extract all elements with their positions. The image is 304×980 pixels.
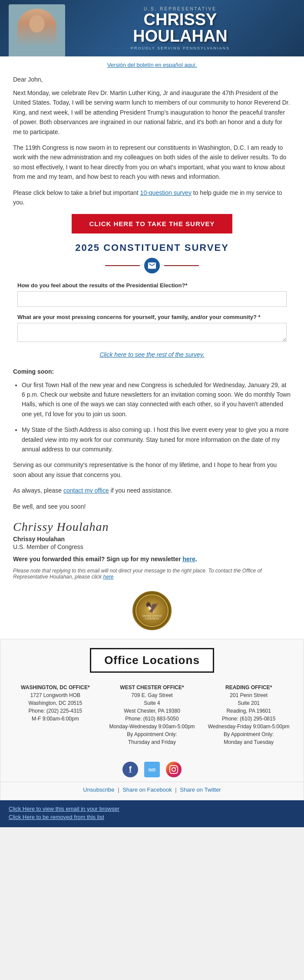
wc-address2: Suite 4 [106, 699, 198, 707]
survey-rest-link[interactable]: Click here to see the rest of the survey… [99, 351, 205, 358]
signature-title: U.S. Member of Congress [13, 543, 291, 550]
separator-2: | [175, 786, 178, 793]
wc-address3: West Chester, PA 19380 [106, 707, 198, 715]
p5-before: As always, please [13, 487, 63, 494]
header-text-block: U.S. REPRESENTATIVE CHRISSY HOULAHAN PRO… [74, 7, 230, 50]
header-banner: U.S. REPRESENTATIVE CHRISSY HOULAHAN PRO… [0, 0, 304, 56]
survey-link-inline[interactable]: 10-question survey [140, 189, 192, 196]
language-link[interactable]: Versión del boletín en español aquí. [107, 62, 197, 68]
seal-text: UNITED STATESCONGRESS [142, 615, 162, 620]
reading-appt: By Appointment Only: [202, 730, 295, 738]
q1-label: How do you feel about the results of the… [17, 282, 287, 289]
social-section: f twitt [0, 755, 304, 782]
q2-input[interactable] [17, 323, 287, 342]
wc-appt: By Appointment Only: [106, 730, 198, 738]
language-link-wrapper: Versión del boletín en español aquí. [13, 56, 291, 72]
twitter-label: twitt [149, 767, 155, 771]
survey-section: 2025 CONSTITUENT SURVEY [13, 242, 291, 273]
bullet-list: Our first Town Hall of the new year and … [22, 380, 291, 454]
dc-phone: Phone: (202) 225-4315 [9, 707, 102, 715]
wc-office-name: WEST CHESTER OFFICE* [106, 684, 198, 691]
paragraph-3: Please click below to take a brief but i… [13, 188, 291, 207]
disclaimer-link[interactable]: here [103, 574, 113, 580]
contact-office-link[interactable]: contact my office [63, 487, 109, 494]
survey-cta-wrapper: CLICK HERE TO TAKE THE SURVEY [13, 214, 291, 233]
separator-1: | [118, 786, 121, 793]
paragraph-6: Be well, and see you soon! [13, 502, 291, 511]
seal-inner: 🦅 UNITED STATESCONGRESS [135, 594, 169, 627]
disclaimer: Please note that replying to this email … [13, 568, 291, 580]
dc-office: WASHINGTON, DC OFFICE* 1727 Longworth HO… [9, 684, 102, 746]
wc-phone: Phone: (610) 883-5050 [106, 715, 198, 723]
disclaimer-before: Please note that replying to this email … [13, 568, 262, 580]
survey-icon [144, 258, 160, 273]
instagram-icon[interactable] [166, 762, 182, 777]
office-locations-box: Office Locations [90, 648, 214, 673]
survey-title: 2025 CONSTITUENT SURVEY [17, 242, 287, 253]
representative-name: CHRISSY HOULAHAN [131, 11, 230, 44]
newsletter-after: . [195, 556, 197, 562]
reading-address1: 201 Penn Street [202, 691, 295, 699]
bullet-item-2: My State of the Sixth Address is also co… [22, 425, 291, 454]
social-icons: f twitt [0, 762, 304, 777]
newsletter-note: Were you forwarded this email? Sign up f… [13, 556, 291, 562]
share-facebook-link[interactable]: Share on Facebook [122, 786, 172, 793]
footer-links: Click Here to view this email in your br… [0, 800, 304, 827]
reading-hours: Wednesday-Friday 9:00am-5:00pm [202, 723, 295, 730]
paragraph-5: As always, please contact my office if y… [13, 486, 291, 495]
survey-cta-button[interactable]: CLICK HERE TO TAKE THE SURVEY [72, 214, 232, 233]
header-subtitle: PROUDLY SERVING PENNSYLVANIANS [131, 46, 230, 50]
unsubscribe-link[interactable]: Unsubscribe [83, 786, 114, 793]
dc-address2: Washington, DC 20515 [9, 699, 102, 707]
p5-after: if you need assistance. [109, 487, 172, 494]
dc-office-name: WASHINGTON, DC OFFICE* [9, 684, 102, 691]
signature-name: Chrissy Houlahan [13, 536, 291, 543]
q2-label: What are your most pressing concerns for… [17, 314, 287, 320]
email-content: Versión del boletín en español aquí. Dea… [0, 56, 304, 580]
wc-address1: 709 E. Gay Street [106, 691, 198, 699]
offices-grid: WASHINGTON, DC OFFICE* 1727 Longworth HO… [0, 679, 304, 755]
westchester-office: WEST CHESTER OFFICE* 709 E. Gay Street S… [106, 684, 198, 746]
name-line1: CHRISSY [131, 11, 230, 28]
remove-list-link[interactable]: Click Here to be removed from this list [9, 814, 295, 820]
newsletter-link[interactable]: here [182, 556, 195, 562]
reading-office: READING OFFICE* 201 Penn Street Suite 20… [202, 684, 295, 746]
congress-seal-wrapper: 🦅 UNITED STATESCONGRESS [0, 582, 304, 635]
representative-photo [9, 4, 65, 56]
reading-phone: Phone: (610) 295-0815 [202, 715, 295, 723]
p3-before: Please click below to take a brief but i… [13, 189, 140, 196]
congress-seal: 🦅 UNITED STATESCONGRESS [132, 591, 172, 630]
email-wrapper: U.S. REPRESENTATIVE CHRISSY HOULAHAN PRO… [0, 0, 304, 827]
wc-appt2: Thursday and Friday [106, 738, 198, 746]
signature-script: Chrissy Houlahan [13, 520, 291, 534]
facebook-icon[interactable]: f [122, 762, 138, 777]
eagle-icon: 🦅 [145, 601, 159, 615]
survey-divider [17, 258, 287, 273]
divider-left [105, 265, 140, 266]
divider-right [164, 265, 199, 266]
share-twitter-link[interactable]: Share on Twitter [180, 786, 221, 793]
survey-form: How do you feel about the results of the… [13, 282, 291, 348]
dc-hours: M-F 9:00am-6:00pm [9, 715, 102, 723]
signature-section: Chrissy Houlahan Chrissy Houlahan U.S. M… [13, 520, 291, 550]
wc-hours: Monday-Wednesday 9:00am-5:00pm [106, 723, 198, 730]
paragraph-1: Next Monday, we celebrate Rev Dr. Martin… [13, 88, 291, 137]
dc-address1: 1727 Longworth HOB [9, 691, 102, 699]
office-locations-title: Office Locations [104, 654, 200, 667]
reading-appt2: Monday and Tuesday [202, 738, 295, 746]
twitter-icon[interactable]: twitt [144, 762, 160, 777]
unsubscribe-bar: Unsubscribe | Share on Facebook | Share … [0, 782, 304, 800]
paragraph-4: Serving as our community's representativ… [13, 460, 291, 480]
name-line2: HOULAHAN [131, 28, 230, 44]
coming-soon-label: Coming soon: [13, 367, 291, 376]
reading-address2: Suite 201 [202, 699, 295, 707]
newsletter-before: Were you forwarded this email? Sign up f… [13, 556, 182, 562]
office-locations-header: Office Locations [0, 639, 304, 679]
survey-rest-link-wrapper: Click here to see the rest of the survey… [13, 351, 291, 358]
reading-office-name: READING OFFICE* [202, 684, 295, 691]
q1-input[interactable] [17, 291, 287, 307]
view-browser-link[interactable]: Click Here to view this email in your br… [9, 806, 295, 812]
bullet-item-1: Our first Town Hall of the new year and … [22, 380, 291, 419]
office-locations-section: Office Locations WASHINGTON, DC OFFICE* … [0, 639, 304, 800]
reading-address3: Reading, PA 19601 [202, 707, 295, 715]
